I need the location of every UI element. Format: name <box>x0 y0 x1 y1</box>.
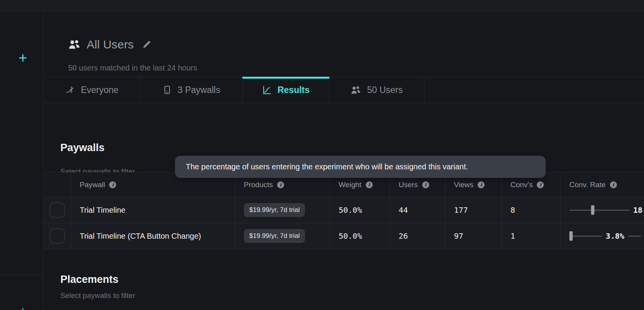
users-icon <box>351 85 361 95</box>
conv-rate-value: 3.8% <box>606 231 624 241</box>
tab-users[interactable]: 50 Users <box>329 77 425 103</box>
tab-everyone[interactable]: Everyone <box>44 77 140 103</box>
table-row: Trial Timeline (CTA Button Change)$19.99… <box>44 223 644 249</box>
slider-track <box>569 210 630 211</box>
views-cell: 177 <box>445 197 502 223</box>
add-audience-button[interactable]: + <box>19 50 27 65</box>
row-checkbox[interactable] <box>50 202 65 218</box>
tab-bar: Everyone 3 Paywalls Results 50 Users <box>44 77 644 103</box>
tab-results[interactable]: Results <box>243 77 329 103</box>
active-tab-indicator <box>242 77 329 79</box>
placements-section-subtitle: Select paywalls to filter <box>60 291 135 300</box>
edit-icon[interactable] <box>142 40 152 50</box>
table-row: Trial Timeline$19.99/yr, 7d trial50.0%44… <box>44 197 644 223</box>
info-icon[interactable]: i <box>478 181 485 188</box>
views-cell: 97 <box>445 223 502 249</box>
phone-icon <box>163 85 172 95</box>
tab-label: Results <box>277 85 310 95</box>
weight-cell: 50.0% <box>330 197 390 223</box>
info-icon[interactable]: i <box>366 181 373 188</box>
info-icon[interactable]: i <box>109 181 116 188</box>
info-icon[interactable]: i <box>610 181 617 188</box>
slider-track <box>569 236 602 237</box>
paywalls-table: Paywall i Products i Weight i Users i Vi… <box>44 172 644 249</box>
views-value: 177 <box>454 205 468 215</box>
users-value: 44 <box>399 205 408 215</box>
sidebar: + + <box>0 12 44 310</box>
convs-value: 1 <box>510 231 515 241</box>
tab-label: 50 Users <box>367 85 402 95</box>
product-badge: $19.99/yr, 7d trial <box>244 203 305 217</box>
header-cell-conv-rate: Conv. Rate i <box>561 172 644 197</box>
conv-rate-slider: 18 <box>569 205 642 215</box>
products-cell: $19.99/yr, 7d trial <box>235 223 330 249</box>
audience-header: All Users <box>68 38 152 51</box>
tab-label: 3 Paywalls <box>178 85 220 95</box>
page-title: All Users <box>87 38 134 51</box>
placements-section-title: Placements <box>60 274 118 286</box>
tooltip-text: The percentage of users entering the exp… <box>186 162 468 171</box>
tab-label: Everyone <box>81 85 118 95</box>
products-cell: $19.99/yr, 7d trial <box>235 197 330 223</box>
conv-rate-slider: 3.8% <box>569 231 641 241</box>
info-icon[interactable]: i <box>422 181 429 188</box>
conv-rate-value: 18 <box>633 205 642 215</box>
paywall-cell: Trial Timeline <box>71 197 235 223</box>
users-icon <box>68 39 80 50</box>
paywall-name: Trial Timeline (CTA Button Change) <box>80 232 201 241</box>
line-chart-icon <box>262 85 272 95</box>
info-icon[interactable]: i <box>277 181 284 188</box>
users-cell: 44 <box>390 197 445 223</box>
paywalls-section-title: Paywalls <box>60 142 104 154</box>
matched-users-subtitle: 50 users matched in the last 24 hours <box>68 64 197 72</box>
paywall-name: Trial Timeline <box>80 206 125 215</box>
weight-cell: 50.0% <box>330 223 390 249</box>
weight-tooltip: The percentage of users entering the exp… <box>175 156 546 178</box>
users-value: 26 <box>399 231 408 241</box>
select-cell <box>44 197 71 223</box>
select-cell <box>44 223 71 249</box>
slider-handle[interactable] <box>591 205 594 215</box>
split-arrows-icon <box>65 85 75 95</box>
slider-handle[interactable] <box>569 231 573 241</box>
top-bar <box>0 0 644 12</box>
table-rows: Trial Timeline$19.99/yr, 7d trial50.0%44… <box>44 197 644 249</box>
conv-rate-cell: 18 <box>561 197 644 223</box>
slider-track-trail <box>628 236 641 237</box>
sidebar-divider <box>0 275 44 275</box>
weight-value: 50.0% <box>339 205 362 215</box>
paywall-cell: Trial Timeline (CTA Button Change) <box>71 223 235 249</box>
views-value: 97 <box>454 231 463 241</box>
product-badge: $19.99/yr, 7d trial <box>244 229 305 243</box>
users-cell: 26 <box>390 223 445 249</box>
convs-value: 8 <box>510 205 515 215</box>
row-checkbox[interactable] <box>50 228 65 244</box>
tab-paywalls[interactable]: 3 Paywalls <box>140 77 243 103</box>
conv-rate-cell: 3.8% <box>561 223 644 249</box>
weight-value: 50.0% <box>339 231 362 241</box>
add-audience-button-bottom[interactable]: + <box>19 305 27 310</box>
convs-cell: 8 <box>502 197 561 223</box>
convs-cell: 1 <box>502 223 561 249</box>
info-icon[interactable]: i <box>537 181 544 188</box>
header-cell-select <box>44 172 71 197</box>
